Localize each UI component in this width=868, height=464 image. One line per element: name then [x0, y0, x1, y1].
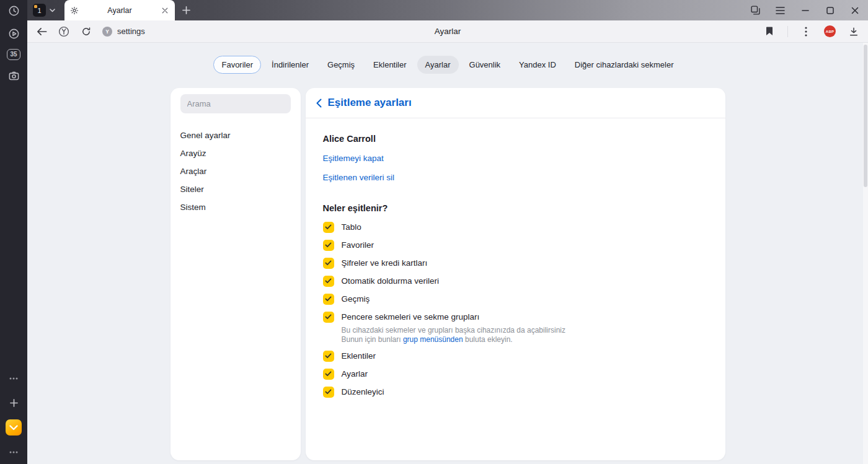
checkbox-label: Otomatik doldurma verileri — [342, 276, 440, 286]
sync-item-row[interactable]: Ayarlar — [323, 365, 368, 383]
tabs-sync-note: Bu cihazdaki sekmeler ve grupları başka … — [342, 326, 708, 344]
sidebar-item-arayuz[interactable]: Arayüz — [180, 144, 291, 162]
back-chevron-icon[interactable] — [315, 97, 323, 109]
adblock-plus-badge[interactable]: ABP — [824, 25, 836, 37]
omnibox-page-title: Ayarlar — [435, 27, 461, 36]
tab-counter-badge[interactable]: 35 — [7, 49, 20, 60]
extensions-kebab-icon[interactable] — [800, 25, 812, 38]
settings-sidebar-card: Genel ayarlar Arayüz Araçlar Siteler Sis… — [170, 88, 301, 460]
sync-item-row[interactable]: Tablo — [323, 218, 361, 236]
page-title: Eşitleme ayarları — [328, 97, 412, 109]
note-line1: Bu cihazdaki sekmeler ve grupları başka … — [342, 326, 708, 335]
tab-panels-icon[interactable] — [750, 5, 761, 15]
sync-item-row[interactable]: Şifreler ve kredi kartları — [323, 254, 428, 272]
active-tab-title: Ayarlar — [79, 6, 161, 15]
close-window-icon[interactable] — [849, 5, 860, 15]
active-tab[interactable]: Ayarlar — [64, 0, 175, 20]
toolbar-right-group: ABP — [763, 25, 860, 38]
checkbox-label: Şifreler ve kredi kartları — [342, 258, 428, 268]
checkbox-label: Düzenleyici — [342, 387, 384, 396]
tab-close-icon[interactable] — [161, 6, 169, 15]
disable-sync-link[interactable]: Eşitlemeyi kapat — [323, 154, 384, 163]
sync-item-row[interactable]: Favoriler — [323, 236, 374, 254]
screenshot-camera-icon[interactable] — [6, 68, 21, 83]
sidebar-item-genel-ayarlar[interactable]: Genel ayarlar — [180, 126, 291, 144]
sync-item-row[interactable]: Geçmiş — [323, 290, 370, 308]
sync-item-row[interactable]: Otomatik doldurma verileri — [323, 272, 440, 290]
checkbox-pencere-sekmeleri[interactable] — [323, 312, 334, 323]
tab-ayarlar[interactable]: Ayarlar — [417, 56, 459, 74]
settings-search-input[interactable] — [180, 94, 291, 113]
browser-menu-icon[interactable] — [775, 5, 786, 15]
settings-cards: Genel ayarlar Arayüz Araçlar Siteler Sis… — [27, 88, 868, 460]
tab-yandex-id[interactable]: Yandex ID — [511, 56, 564, 74]
settings-gear-icon — [70, 6, 79, 15]
checkbox-otomatik-doldurma[interactable] — [323, 276, 334, 287]
settings-section-list: Genel ayarlar Arayüz Araçlar Siteler Sis… — [180, 126, 291, 216]
group-menu-link[interactable]: grup menüsünden — [403, 335, 463, 344]
downloads-icon[interactable] — [848, 25, 860, 38]
toolbar: Y settings Ayarlar ABP — [27, 20, 868, 43]
sync-settings-body: Alice Carroll Eşitlemeyi kapat Eşitlenen… — [306, 118, 725, 401]
side-rail-bottom — [6, 371, 22, 460]
tab-guvenlik[interactable]: Güvenlik — [461, 56, 509, 74]
back-button[interactable] — [35, 25, 48, 38]
checkbox-duzenleyici[interactable] — [323, 387, 334, 398]
note-line2-suffix: buluta ekleyin. — [463, 335, 513, 344]
checkbox-sifreler[interactable] — [323, 258, 334, 269]
tab-group-tile[interactable]: 1 — [33, 4, 46, 17]
new-tab-button[interactable] — [182, 6, 190, 14]
page-favicon: Y — [102, 27, 112, 37]
tab-indirilenler[interactable]: İndirilenler — [264, 56, 317, 74]
page-scrollbar — [863, 43, 868, 464]
minimize-icon[interactable] — [800, 5, 810, 15]
toolbar-separator — [787, 26, 788, 37]
browser-window: 35 1 — [0, 0, 868, 464]
more-apps-icon[interactable] — [6, 371, 21, 386]
what-syncs-heading: Neler eşitlenir? — [323, 203, 708, 213]
sync-items-list: Tablo Favoriler — [323, 218, 708, 401]
sync-settings-card: Eşitleme ayarları Alice Carroll Eşitleme… — [306, 88, 725, 460]
tab-eklentiler[interactable]: Eklentiler — [365, 56, 414, 74]
yandex-mail-icon[interactable] — [6, 419, 22, 436]
rail-menu-dots-icon[interactable] — [6, 445, 21, 460]
sidebar-item-siteler[interactable]: Siteler — [180, 180, 291, 198]
checkbox-label: Geçmiş — [342, 294, 370, 304]
scrollbar-thumb[interactable] — [864, 45, 867, 187]
settings-top-nav: Favoriler İndirilenler Geçmiş Eklentiler… — [27, 43, 868, 74]
play-media-icon[interactable] — [6, 26, 21, 41]
side-rail-top: 35 — [6, 3, 21, 83]
refresh-icon[interactable] — [80, 25, 92, 38]
checkbox-gecmis[interactable] — [323, 294, 334, 305]
address-bar-text[interactable]: settings — [117, 27, 145, 36]
sync-item-row[interactable]: Düzenleyici — [323, 383, 384, 401]
checkbox-label: Eklentiler — [342, 351, 376, 361]
note-line2-prefix: Bunun için bunları — [342, 335, 403, 344]
tab-gecmis[interactable]: Geçmiş — [319, 56, 363, 74]
tab-diger-cihazlar[interactable]: Diğer cihazlardaki sekmeler — [567, 56, 682, 74]
maximize-icon[interactable] — [825, 5, 835, 15]
sidebar-item-sistem[interactable]: Sistem — [180, 198, 291, 216]
sync-item-row[interactable]: Eklentiler — [323, 347, 376, 365]
sync-settings-header: Eşitleme ayarları — [306, 88, 725, 118]
tab-list-caret-icon[interactable] — [50, 9, 55, 12]
delete-synced-data-link[interactable]: Eşitlenen verileri sil — [323, 173, 395, 182]
checkbox-label: Tablo — [342, 222, 361, 232]
yandex-protect-icon[interactable] — [58, 25, 70, 38]
bookmark-icon[interactable] — [763, 25, 776, 38]
browser-main-column: 1 Ayarlar — [27, 0, 868, 464]
checkbox-favoriler[interactable] — [323, 240, 334, 251]
settings-page: Favoriler İndirilenler Geçmiş Eklentiler… — [27, 43, 868, 464]
side-rail: 35 — [0, 0, 27, 464]
sync-item-row[interactable]: Pencere sekmeleri ve sekme grupları — [323, 308, 480, 326]
window-controls — [750, 5, 868, 15]
add-panel-plus-icon[interactable] — [6, 395, 21, 410]
tab-bar: 1 Ayarlar — [27, 0, 868, 20]
sidebar-item-araclar[interactable]: Araçlar — [180, 162, 291, 180]
checkbox-label: Ayarlar — [342, 369, 368, 379]
checkbox-ayarlar[interactable] — [323, 369, 334, 380]
checkbox-tablo[interactable] — [323, 222, 334, 233]
checkbox-eklentiler[interactable] — [323, 351, 334, 362]
history-clock-icon[interactable] — [6, 3, 21, 18]
tab-favoriler[interactable]: Favoriler — [213, 56, 261, 74]
